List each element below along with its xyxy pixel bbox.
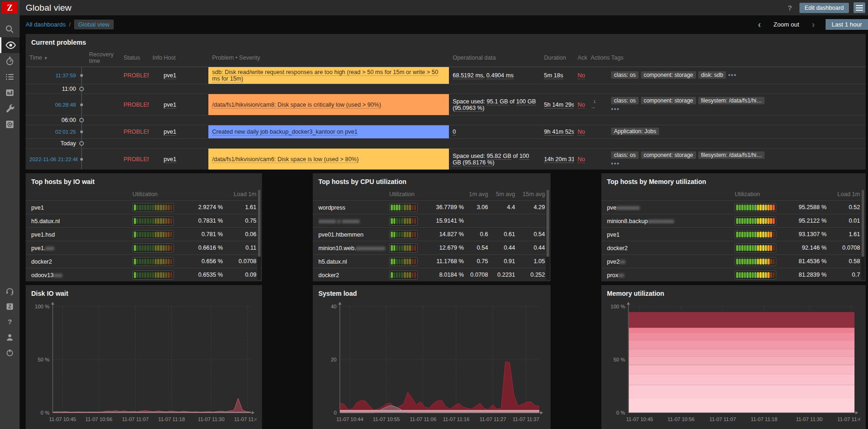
- problem-row: 2022-11-06 21:22:46PROBLEMpve1/data/fs1/…: [26, 149, 866, 170]
- avg-5m-value: 0.61: [488, 231, 515, 238]
- utilization-value: 12.679 %: [423, 245, 464, 251]
- tag-chip: component: storage: [641, 97, 696, 104]
- duration-link[interactable]: 9h 41m 52s: [544, 129, 574, 136]
- host-link[interactable]: docker2: [607, 245, 627, 252]
- svg-text:11-07 11:07: 11-07 11:07: [122, 416, 149, 422]
- host-link[interactable]: pve1.hsd: [31, 232, 55, 238]
- host-link[interactable]: odoov13xxx: [31, 272, 62, 279]
- tag-chip: Application: Jobs: [611, 128, 659, 135]
- breadcrumb-current[interactable]: Global view: [74, 20, 114, 29]
- host-link[interactable]: pve1: [164, 72, 176, 79]
- ack-link[interactable]: No: [578, 156, 585, 163]
- info-cell: [149, 67, 160, 84]
- disk-io-wait-chart: 0 %50 %100 %11-07 10:4511-07 10:5611-07 …: [31, 300, 256, 427]
- zoom-out-button[interactable]: Zoom out: [773, 21, 799, 28]
- sidebar-item-support[interactable]: [0, 283, 20, 299]
- avg-15m-value: 0.54: [515, 231, 545, 238]
- problem-time-link[interactable]: 2022-11-06 21:22:46: [29, 157, 78, 162]
- host-link[interactable]: pve2xx: [607, 259, 626, 265]
- search-icon: [4, 24, 15, 35]
- io-widget-scrollbar[interactable]: [257, 190, 261, 280]
- time-forward-button[interactable]: ›: [806, 20, 820, 29]
- host-link[interactable]: pve1: [164, 102, 176, 109]
- problem-time-link[interactable]: 02:01:25: [55, 129, 76, 135]
- problem-row: 06:28:48PROBLEMpve1/data/fs1/hikvision/c…: [26, 94, 866, 116]
- host-link[interactable]: minion8.backupxxxxxxxxx: [607, 218, 674, 225]
- ack-link[interactable]: No: [578, 129, 585, 136]
- problem-link[interactable]: /data/fs1/hikvision/cam6: Disk space is …: [208, 154, 449, 164]
- top-hosts-cpu-widget: Top hosts by CPU utilization Utilization…: [313, 173, 551, 281]
- timeline-marker-row: Today: [26, 139, 866, 149]
- sidebar-item-share[interactable]: Z: [0, 299, 20, 314]
- timeline-marker-label: Today: [61, 140, 76, 147]
- sidebar-item-help[interactable]: ?: [0, 314, 20, 329]
- column-time[interactable]: Time ▼: [26, 49, 78, 67]
- sidebar-item-sign-out[interactable]: [0, 345, 20, 360]
- duration-link[interactable]: 14h 20m 31s: [544, 156, 574, 163]
- sidebar-item-administration[interactable]: [0, 116, 20, 132]
- timeline-event-dot: [80, 74, 83, 77]
- sidebar-item-reports[interactable]: [0, 85, 20, 101]
- host-link[interactable]: docker2: [31, 259, 52, 265]
- host-link[interactable]: h5.datux.nl: [31, 218, 60, 225]
- dashboard-menu-button[interactable]: [854, 2, 865, 13]
- host-link[interactable]: minion10.web.xxxxxxxxxx: [318, 245, 385, 252]
- host-link[interactable]: pve1: [607, 232, 620, 238]
- sidebar-item-search[interactable]: [0, 21, 20, 37]
- host-row: h5.datux.nl11.1768 %0.750.911.05: [313, 254, 551, 268]
- timeline-marker-dot: [79, 141, 84, 146]
- help-icon[interactable]: ?: [788, 4, 792, 12]
- ack-link[interactable]: No: [578, 102, 585, 109]
- time-range-button[interactable]: Last 1 hour: [826, 19, 868, 30]
- tags-more-button[interactable]: •••: [611, 160, 862, 167]
- host-link[interactable]: wordpress: [318, 204, 345, 211]
- memory-utilization-chart: 0 %50 %100 %11-07 10:4511-07 10:5611-07 …: [607, 300, 860, 427]
- duration-link[interactable]: 5m 18s: [544, 72, 563, 79]
- zabbix-logo[interactable]: Z: [2, 2, 18, 14]
- host-link[interactable]: pve1.xxx: [31, 245, 54, 252]
- edit-dashboard-button[interactable]: Edit dashboard: [799, 3, 849, 13]
- tags-more-button[interactable]: •••: [728, 72, 737, 78]
- sidebar-item-configuration[interactable]: [0, 101, 20, 116]
- avg-5m-value: 4.4: [488, 204, 515, 211]
- problem-link[interactable]: /data/fs1/hikvision/cam8: Disk space is …: [208, 100, 449, 110]
- problem-link[interactable]: sdb: Disk read/write request responses a…: [208, 67, 449, 84]
- host-link[interactable]: pve01.htbemmen: [318, 232, 364, 238]
- action-message-icon[interactable]: 1→: [591, 100, 596, 110]
- host-link[interactable]: docker2: [318, 272, 339, 279]
- duration-link[interactable]: 5h 14m 29s: [544, 102, 574, 109]
- avg-5m-value: 0.44: [488, 245, 515, 251]
- tag-chip: filesystem: /data/fs1/hi…: [698, 151, 765, 159]
- svg-text:Z: Z: [8, 304, 11, 309]
- problem-time-link[interactable]: 11:37:59: [55, 73, 76, 78]
- cpu-widget-scrollbar[interactable]: [546, 190, 550, 280]
- load-1m-value: 0.11: [223, 245, 256, 251]
- memory-widget-scrollbar[interactable]: [861, 190, 865, 280]
- host-link[interactable]: pve1: [164, 129, 176, 136]
- host-link[interactable]: pve1: [31, 204, 44, 211]
- sidebar-item-services[interactable]: [0, 53, 20, 69]
- breadcrumb-all-dashboards[interactable]: All dashboards: [26, 21, 66, 28]
- tags-more-button[interactable]: •••: [611, 106, 862, 112]
- host-link[interactable]: h5.datux.nl: [318, 259, 347, 265]
- sidebar-item-monitoring[interactable]: [0, 37, 20, 53]
- sidebar-item-inventory[interactable]: [0, 69, 20, 85]
- utilization-value: 11.1768 %: [423, 258, 464, 265]
- host-link[interactable]: xxxxxx x xxxxxx: [318, 218, 359, 225]
- time-back-button[interactable]: ‹: [753, 20, 766, 29]
- column-actions: Actions: [587, 49, 607, 67]
- column-operational-data: Operational data: [449, 49, 540, 67]
- sidebar-item-user-profile[interactable]: [0, 329, 20, 345]
- redacted-host-text: xxx: [46, 245, 55, 252]
- host-link[interactable]: pvexxxxxxxx: [607, 204, 640, 211]
- recovery-time-cell: [85, 149, 120, 170]
- host-link[interactable]: proxxx: [607, 272, 624, 279]
- utilization-gauge: [735, 271, 776, 279]
- ack-link[interactable]: No: [578, 72, 585, 79]
- problem-time-link[interactable]: 06:28:48: [55, 102, 76, 108]
- problem-link[interactable]: Created new daily job backup_docker3_kan…: [208, 127, 449, 137]
- host-row: minion8.backupxxxxxxxxx95.2122 %0.01: [601, 214, 866, 227]
- column-1m-avg: 1m avg: [464, 191, 488, 197]
- host-link[interactable]: pve1: [164, 156, 176, 163]
- utilization-gauge: [132, 257, 174, 266]
